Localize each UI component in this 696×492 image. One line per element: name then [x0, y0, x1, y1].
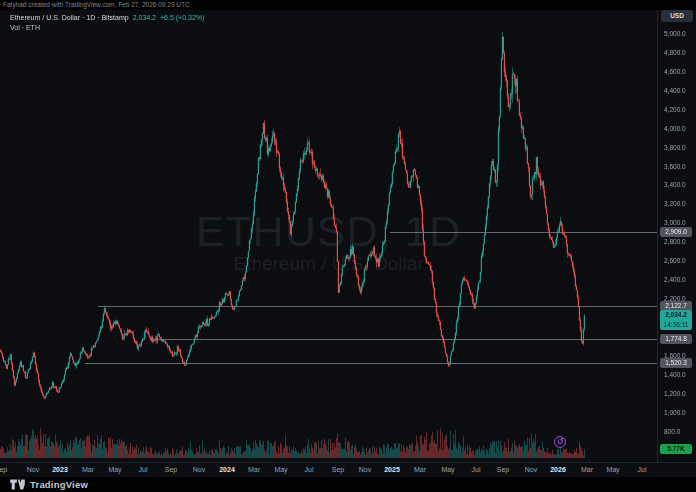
price-tick-label: 4,800.0	[664, 49, 686, 56]
price-tick-label: 3,000.0	[664, 219, 686, 226]
time-tick-label: Nov	[19, 466, 47, 473]
last-price-badge: 2,034.214:36:11	[660, 310, 692, 330]
time-tick-label: 2023	[46, 466, 74, 473]
price-tick-label: 2,600.0	[664, 257, 686, 264]
volume-indicator-label[interactable]: Vol · ETH	[10, 24, 40, 31]
candlestick-chart-canvas[interactable]	[0, 10, 657, 462]
attribution-text: Fatyhad created with TradingView.com, Fe…	[3, 1, 190, 8]
time-tick-label: Mar	[406, 466, 434, 473]
price-tick-label: 3,800.0	[664, 144, 686, 151]
time-tick-label: 2025	[378, 466, 406, 473]
time-tick-label: May	[101, 466, 129, 473]
price-tick-label: 1,000.0	[664, 409, 686, 416]
time-tick-label: Jul	[129, 466, 157, 473]
price-tick-label: 2,400.0	[664, 276, 686, 283]
time-tick-label: 2026	[544, 466, 572, 473]
time-tick-label: Nov	[185, 466, 213, 473]
price-tick-label: 800.0	[664, 428, 680, 435]
price-tick-label: 3,400.0	[664, 181, 686, 188]
price-tick-label: 3,600.0	[664, 163, 686, 170]
countdown-timer: 14:36:11	[662, 320, 690, 330]
time-tick-label: Sep	[157, 466, 185, 473]
price-tick-label: 4,600.0	[664, 68, 686, 75]
legend-row-symbol: Ethereum / U.S. Dollar · 1D · Bitstamp2,…	[10, 14, 204, 21]
last-price-value: 2,034.2	[133, 14, 156, 21]
price-tick-label: 4,400.0	[664, 87, 686, 94]
event-marker-icon[interactable]: ↺	[554, 436, 566, 448]
price-tick-label: 5,000.0	[664, 30, 686, 37]
time-tick-label: 2024	[213, 466, 241, 473]
time-tick-label: May	[434, 466, 462, 473]
time-tick-label: Mar	[240, 466, 268, 473]
volume-badge: 5.77K	[660, 444, 692, 454]
time-tick-label: Mar	[74, 466, 102, 473]
tradingview-brand-text[interactable]: TradingView	[30, 479, 88, 490]
level-price-badge: 1,520.3	[660, 358, 692, 368]
price-change-value: +6.5 (+0.32%)	[160, 14, 204, 21]
symbol-title[interactable]: Ethereum / U.S. Dollar · 1D · Bitstamp	[10, 14, 129, 21]
price-tick-label: 1,400.0	[664, 371, 686, 378]
time-tick-label: Sep	[324, 466, 352, 473]
price-tick-label: 4,000.0	[664, 125, 686, 132]
time-tick-label: Jul	[295, 466, 323, 473]
time-tick-label: Mar	[573, 466, 601, 473]
time-tick-label: Nov	[517, 466, 545, 473]
footer-bar: TradingView	[0, 477, 696, 492]
price-tick-label: 2,800.0	[664, 238, 686, 245]
tradingview-logo-icon[interactable]	[10, 479, 25, 490]
time-tick-label: May	[267, 466, 295, 473]
currency-button[interactable]: USD	[661, 10, 693, 22]
time-tick-label: Jul	[462, 466, 490, 473]
level-price-badge: 1,774.8	[660, 334, 692, 344]
tradingview-chart-screen: Fatyhad created with TradingView.com, Fe…	[0, 0, 696, 492]
attribution-bar: Fatyhad created with TradingView.com, Fe…	[0, 0, 696, 10]
time-tick-label: Sep	[0, 466, 15, 473]
price-tick-label: 3,200.0	[664, 200, 686, 207]
time-tick-label: May	[599, 466, 627, 473]
time-axis[interactable]: SepNov2023MarMayJulSepNov2024MarMayJulSe…	[0, 462, 696, 477]
time-tick-label: Nov	[351, 466, 379, 473]
price-tick-label: 4,200.0	[664, 106, 686, 113]
time-tick-label: Jul	[628, 466, 656, 473]
price-tick-label: 1,200.0	[664, 390, 686, 397]
price-axis[interactable]: USD 600.0800.01,000.01,200.01,400.01,600…	[657, 10, 696, 462]
legend-row-volume: Vol · ETH	[10, 24, 204, 31]
chart-area[interactable]: ETHUSD, 1D Ethereum / U.S. Dollar Ethere…	[0, 10, 657, 462]
chart-legend: Ethereum / U.S. Dollar · 1D · Bitstamp2,…	[10, 14, 204, 31]
level-price-badge: 2,909.0	[660, 227, 692, 237]
time-tick-label: Sep	[489, 466, 517, 473]
